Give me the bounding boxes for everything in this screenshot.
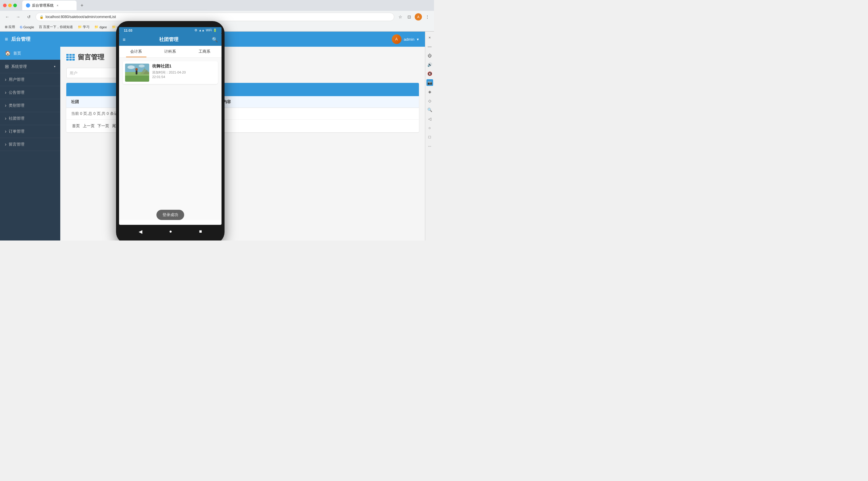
bookmark-google[interactable]: G Google <box>18 25 36 30</box>
sidebar-item-comments[interactable]: › 留言管理 <box>0 138 60 151</box>
first-page-link[interactable]: 首页 <box>72 124 80 128</box>
bookmark-baidu[interactable]: 百 百度一下，你就知道 <box>37 24 75 30</box>
phone-search-icon[interactable]: 🔍 <box>212 37 218 42</box>
phone-top-nav: ≡ 社团管理 🔍 <box>119 33 221 46</box>
sidebar-item-clubs[interactable]: › 社团管理 <box>0 112 60 125</box>
bookmark-study[interactable]: 📁 学习 <box>76 24 91 30</box>
battery-icon: 🔋 <box>213 29 217 32</box>
phone-body: 11:03 ⚙ ▲▲ WiFi 🔋 ≡ 社团管理 🔍 会计系 计科系 工商系 <box>116 21 224 241</box>
sidebar-nav: 🏠 首页 ⊞ 系统管理 ▾ › 用户管理 › 公告管理 <box>0 47 60 241</box>
sidebar-item-notice[interactable]: › 公告管理 <box>0 86 60 99</box>
sidebar-item-users[interactable]: › 用户管理 <box>0 73 60 86</box>
bookmark-label: 学习 <box>83 25 90 29</box>
users-label: 用户管理 <box>9 77 56 82</box>
apps-icon: ⊞ <box>5 25 7 29</box>
phone-bottom-nav: ◀ ● ■ <box>119 225 221 238</box>
chevron-right-icon: › <box>5 116 6 121</box>
top-bar: A admin ▾ <box>60 32 425 47</box>
address-bar[interactable]: 🔒 localhost:8080/saleboot/admin/commentL… <box>36 13 394 21</box>
club-card[interactable]: 街舞社团1 添加时间：2021-04-20 22:01:54 <box>123 61 218 84</box>
svg-point-6 <box>135 68 138 70</box>
sidebar-item-orders[interactable]: › 订单管理 <box>0 125 60 138</box>
bookmark-apps[interactable]: ⊞ 应用 <box>3 24 17 30</box>
time-value1: 2021-04-20 <box>169 70 186 74</box>
camera-icon[interactable]: 📷 <box>427 79 433 86</box>
home-icon: 🏠 <box>5 50 11 56</box>
eraser-icon[interactable]: ◇ <box>427 97 433 104</box>
sidebar-item-home[interactable]: 🏠 首页 <box>0 47 60 60</box>
sidebar-item-category[interactable]: › 类别管理 <box>0 99 60 112</box>
phone-back-button[interactable]: ◀ <box>138 229 142 234</box>
next-page-link[interactable]: 下一页 <box>97 124 109 128</box>
orders-label: 订单管理 <box>9 129 56 134</box>
profile-button[interactable]: A <box>415 13 422 21</box>
back-button[interactable]: ← <box>3 13 11 21</box>
devtools-panel: × — ⏻ 🔊 🔇 📷 ◈ ◇ 🔍 ◁ ○ □ ··· <box>425 32 434 241</box>
nav-group-system: ⊞ 系统管理 ▾ <box>0 60 60 73</box>
avatar: A <box>392 34 401 44</box>
bookmark-label: dgee <box>99 25 107 29</box>
traffic-lights <box>3 4 17 7</box>
new-tab-button[interactable]: + <box>78 1 86 10</box>
browser-actions: ☆ ⊡ A ⋮ <box>397 13 431 21</box>
phone-tab-compsci[interactable]: 计科系 <box>153 46 187 57</box>
forward-button[interactable]: → <box>14 13 22 21</box>
phone-tab-accounting[interactable]: 会计系 <box>119 46 153 57</box>
main-content: A admin ▾ 留言管理 搜索 <box>60 32 425 241</box>
username: admin <box>404 37 414 41</box>
phone-hamburger-icon[interactable]: ≡ <box>123 37 125 42</box>
content-area: 留言管理 搜索 社团 留言内容 <box>60 47 425 241</box>
devtools-close-btn[interactable]: × <box>427 34 433 41</box>
more-button[interactable]: ⋮ <box>424 13 431 21</box>
reload-button[interactable]: ↺ <box>25 13 33 21</box>
folder-icon: 📁 <box>94 25 98 29</box>
grid-icon: ⊞ <box>5 64 9 69</box>
phone-tab-commerce[interactable]: 工商系 <box>187 46 221 57</box>
maximize-traffic-light[interactable] <box>13 4 17 7</box>
devtools-minimize-btn[interactable]: — <box>427 43 433 50</box>
prev-page-link[interactable]: 上一页 <box>83 124 95 128</box>
close-traffic-light[interactable] <box>3 4 7 7</box>
chevron-right-icon: › <box>5 77 6 82</box>
phone-recents-button[interactable]: ■ <box>199 229 202 234</box>
category-label: 类别管理 <box>9 103 56 108</box>
lock-icon: 🔒 <box>39 15 44 19</box>
club-name: 街舞社团1 <box>152 64 216 69</box>
square-icon[interactable]: □ <box>427 133 433 140</box>
toast-message: 登录成功 <box>156 210 184 220</box>
minimize-traffic-light[interactable] <box>8 4 12 7</box>
sidebar-title: 后台管理 <box>11 36 30 42</box>
sidebar-item-system[interactable]: ⊞ 系统管理 ▾ <box>0 60 60 73</box>
browser-tab[interactable]: 后台管理系统 × <box>22 1 76 10</box>
col-content: 留言内容 <box>210 96 419 108</box>
signal-icon: ▲▲ <box>198 29 205 32</box>
power-icon[interactable]: ⏻ <box>427 52 433 59</box>
folder-icon: 📁 <box>112 25 116 29</box>
circle-icon[interactable]: ○ <box>427 125 433 131</box>
bookmark-star-button[interactable]: ☆ <box>397 13 404 21</box>
bookmark-dgee[interactable]: 📁 dgee <box>93 24 108 30</box>
extension-button[interactable]: ⊡ <box>406 13 413 21</box>
chevron-right-icon: › <box>5 103 6 108</box>
volume2-icon[interactable]: 🔇 <box>427 70 433 77</box>
zoom-icon[interactable]: 🔍 <box>427 106 433 113</box>
comments-label: 留言管理 <box>9 142 56 147</box>
tab-bar: 后台管理系统 × + <box>19 1 89 10</box>
more-options-icon[interactable]: ··· <box>427 142 433 149</box>
tab-close-button[interactable]: × <box>56 3 60 7</box>
back-icon[interactable]: ◁ <box>427 116 433 122</box>
time-value2: 22:01:54 <box>152 75 165 79</box>
tab-favicon <box>26 3 30 7</box>
chevron-right-icon: › <box>5 129 6 134</box>
hamburger-icon[interactable]: ≡ <box>5 36 8 42</box>
diamond-icon[interactable]: ◈ <box>427 88 433 95</box>
volume-icon[interactable]: 🔊 <box>427 61 433 68</box>
settings-gear-icon[interactable]: ⚙ <box>194 28 197 32</box>
svg-rect-5 <box>135 70 137 74</box>
phone-app-title: 社团管理 <box>128 36 210 43</box>
phone-tabs: 会计系 计科系 工商系 <box>119 46 221 58</box>
baidu-icon: 百 <box>39 25 42 29</box>
phone-home-button[interactable]: ● <box>169 229 172 234</box>
clubs-label: 社团管理 <box>9 116 56 121</box>
user-menu[interactable]: A admin ▾ <box>392 34 419 44</box>
